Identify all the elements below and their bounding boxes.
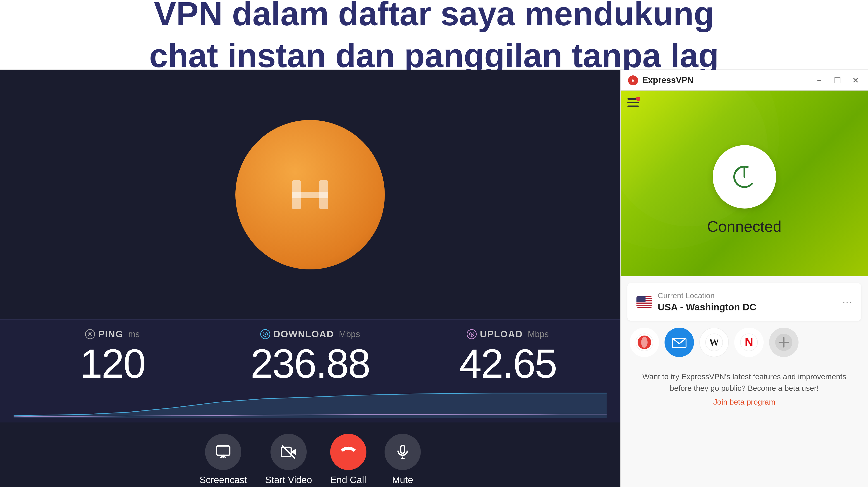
start-video-label: Start Video: [265, 475, 312, 485]
opera-icon[interactable]: [630, 328, 659, 357]
speedtest-area: PING ms 120 DOWNLOAD Mbps 236.88: [0, 319, 620, 423]
video-area: [0, 70, 620, 319]
vpn-titlebar: E ExpressVPN − ☐ ✕: [621, 70, 868, 91]
connected-status: Connected: [707, 218, 781, 235]
wikipedia-icon[interactable]: W: [700, 328, 729, 357]
svg-rect-22: [627, 102, 639, 103]
upload-metric: UPLOAD Mbps 42.65: [409, 329, 607, 384]
download-icon: [260, 329, 270, 339]
screencast-label: Screencast: [199, 475, 247, 485]
mute-label: Mute: [392, 475, 413, 485]
netflix-icon[interactable]: N: [734, 328, 764, 357]
start-video-button[interactable]: Start Video: [265, 434, 312, 485]
beta-link[interactable]: Join beta program: [637, 396, 852, 408]
location-label: Current Location: [658, 291, 837, 300]
speed-metrics: PING ms 120 DOWNLOAD Mbps 236.88: [13, 329, 607, 384]
microphone-icon: [395, 444, 410, 460]
expressvpn-panel: E ExpressVPN − ☐ ✕: [620, 70, 868, 487]
banner-title: VPN dalam daftar saya mendukung chat ins…: [149, 0, 719, 77]
screencast-icon: [215, 444, 231, 460]
svg-rect-23: [627, 105, 639, 107]
screencast-button[interactable]: Screencast: [199, 434, 247, 485]
ping-metric: PING ms 120: [13, 329, 211, 384]
vpn-menu-button[interactable]: [627, 97, 640, 109]
close-button[interactable]: ✕: [850, 75, 861, 86]
svg-rect-16: [401, 445, 405, 453]
start-video-btn-circle[interactable]: [271, 434, 307, 470]
top-banner: VPN dalam daftar saya mendukung chat ins…: [0, 0, 868, 70]
maximize-button[interactable]: ☐: [832, 75, 843, 86]
speed-graph: [13, 391, 607, 418]
add-app-button[interactable]: [769, 328, 799, 357]
app-icons-row: W N: [627, 328, 861, 357]
screencast-btn-circle[interactable]: [205, 434, 241, 470]
airmail-icon[interactable]: [664, 328, 694, 357]
vpn-content: Connected Current Location USA - Washing…: [621, 91, 868, 487]
vpn-info-area: Current Location USA - Washington DC ···: [621, 276, 868, 487]
beta-message: Want to try ExpressVPN's latest features…: [627, 364, 861, 415]
vpn-window-controls: − ☐ ✕: [814, 75, 861, 86]
svg-text:W: W: [709, 337, 719, 348]
svg-point-29: [641, 337, 648, 348]
end-call-btn-circle[interactable]: [330, 434, 366, 470]
hamburger-icon: [627, 97, 640, 108]
left-panel: PING ms 120 DOWNLOAD Mbps 236.88: [0, 70, 620, 487]
location-info: Current Location USA - Washington DC: [658, 291, 837, 313]
expressvpn-logo-icon: E: [627, 75, 639, 86]
us-flag: [637, 296, 652, 308]
end-call-label: End Call: [330, 475, 366, 485]
power-icon: [731, 163, 758, 190]
svg-text:E: E: [631, 78, 634, 83]
svg-text:N: N: [745, 335, 753, 348]
vpn-connected-area: Connected: [621, 91, 868, 276]
download-metric: DOWNLOAD Mbps 236.88: [211, 329, 409, 384]
avatar: [236, 120, 385, 269]
avatar-icon: [287, 177, 333, 213]
video-off-icon: [281, 444, 297, 460]
location-name: USA - Washington DC: [658, 302, 837, 313]
main-area: PING ms 120 DOWNLOAD Mbps 236.88: [0, 70, 868, 487]
vpn-logo: E ExpressVPN: [627, 75, 814, 86]
location-card: Current Location USA - Washington DC ···: [627, 283, 861, 321]
upload-icon: [467, 329, 477, 339]
svg-rect-10: [217, 446, 230, 455]
svg-point-24: [636, 97, 640, 101]
ping-icon: [85, 329, 95, 339]
call-controls: Screencast Start Video: [0, 423, 620, 487]
location-more-button[interactable]: ···: [842, 296, 852, 308]
svg-marker-12: [291, 449, 296, 455]
minimize-button[interactable]: −: [814, 75, 825, 86]
vpn-title: ExpressVPN: [642, 75, 693, 85]
beta-text: Want to try ExpressVPN's latest features…: [642, 372, 846, 392]
end-call-button[interactable]: End Call: [330, 434, 366, 485]
phone-hang-up-icon: [340, 444, 356, 460]
mute-button[interactable]: Mute: [384, 434, 421, 485]
power-button[interactable]: [713, 145, 776, 209]
mute-btn-circle[interactable]: [384, 434, 421, 470]
svg-point-3: [89, 333, 91, 335]
svg-rect-2: [319, 180, 328, 209]
